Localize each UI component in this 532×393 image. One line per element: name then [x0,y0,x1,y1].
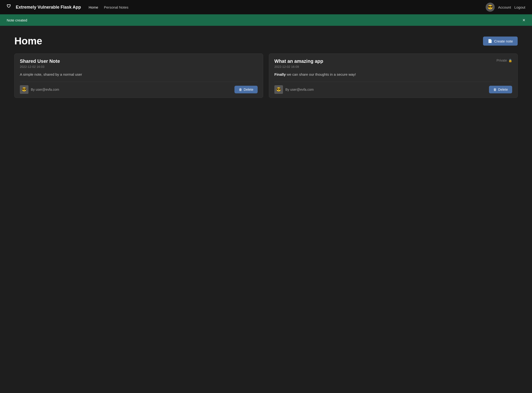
create-note-button[interactable]: 📄 Create note [483,37,518,46]
note-2-private-badge: Private 🔒 [496,58,512,62]
delete-label-2: Delete [498,88,508,91]
avatar-emoji-1: 😎 [22,87,27,92]
logout-link[interactable]: Logout [514,5,525,9]
page-header: Home 📄 Create note [14,35,518,47]
note-2-footer: 😎 By user@evfa.com 🗑 Delete [274,82,512,98]
avatar-emoji: 😎 [488,5,493,10]
note-2-bold-text: Finally [274,72,286,76]
note-2-author-avatar: 😎 [274,85,283,94]
note-card-2-header: What an amazing app Private 🔒 [274,58,512,64]
delete-label-1: Delete [244,88,253,91]
note-1-date: 2022-12-02 16:03 [20,65,258,69]
note-2-private-label: Private [496,58,507,62]
note-2-rest-text: we can share our thoughts in a secure wa… [286,72,356,76]
navbar-right: 😎 Account Logout [486,3,525,12]
trash-icon-1: 🗑 [239,88,242,91]
brand-icon: 🛡 [7,4,13,11]
nav-link-home[interactable]: Home [89,5,98,9]
flash-banner: Note created × [0,14,532,26]
note-2-delete-button[interactable]: 🗑 Delete [489,86,512,93]
notes-grid: Shared User Note 2022-12-02 16:03 A simp… [14,53,518,98]
doc-icon: 📄 [488,39,492,43]
avatar-emoji-2: 😎 [276,87,281,92]
page-title: Home [14,35,42,47]
nav-link-personal-notes[interactable]: Personal Notes [104,5,129,9]
brand: 🛡 Extremely Vulnerable Flask App [7,4,81,11]
note-card-2: What an amazing app Private 🔒 2022-12-02… [269,53,518,98]
lock-icon: 🔒 [508,59,512,62]
note-2-body: Finally we can share our thoughts in a s… [274,72,512,77]
note-card-1-header: Shared User Note [20,58,258,64]
note-2-author: 😎 By user@evfa.com [274,85,314,94]
brand-text: Extremely Vulnerable Flask App [16,5,81,10]
note-1-author: 😎 By user@evfa.com [20,85,59,94]
note-1-title: Shared User Note [20,58,60,64]
note-1-body: A simple note, shared by a normal user [20,72,258,77]
flash-message: Note created [7,18,27,22]
create-note-label: Create note [494,39,513,43]
note-2-date: 2022-12-02 16:09 [274,65,512,69]
trash-icon-2: 🗑 [493,88,497,91]
note-1-delete-button[interactable]: 🗑 Delete [234,86,258,93]
note-2-author-text: By user@evfa.com [285,88,314,91]
note-1-footer: 😎 By user@evfa.com 🗑 Delete [20,82,258,98]
note-2-title: What an amazing app [274,58,323,64]
note-1-author-avatar: 😎 [20,85,28,94]
note-1-author-text: By user@evfa.com [31,88,59,91]
note-card-1: Shared User Note 2022-12-02 16:03 A simp… [14,53,263,98]
flash-close-button[interactable]: × [522,18,525,22]
account-link[interactable]: Account [498,5,511,9]
navbar: 🛡 Extremely Vulnerable Flask App Home Pe… [0,0,532,14]
main-content: Home 📄 Create note Shared User Note 2022… [0,26,532,107]
navbar-links: Home Personal Notes [89,5,478,9]
avatar: 😎 [486,3,495,12]
